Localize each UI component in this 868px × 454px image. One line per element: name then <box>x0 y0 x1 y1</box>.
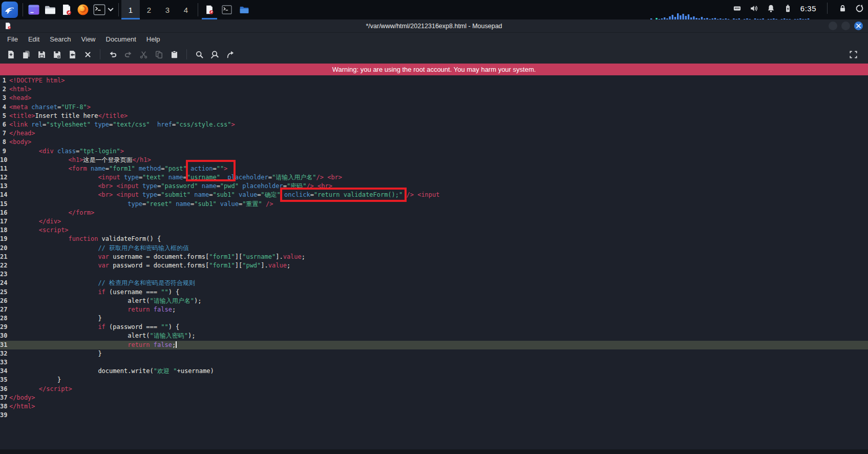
copy-button[interactable] <box>151 47 166 61</box>
code-token: name <box>172 200 190 208</box>
code-token <box>9 253 98 260</box>
code-token: ; <box>302 253 305 260</box>
menu-document[interactable]: Document <box>101 34 141 45</box>
cut-button[interactable] <box>136 47 151 61</box>
clock[interactable]: 6:35 <box>800 4 816 13</box>
workspace-1[interactable]: 1 <box>121 0 140 19</box>
minimize-button[interactable] <box>829 22 837 30</box>
code-token: <!DOCTYPE html> <box>9 77 65 84</box>
code-token: <html> <box>9 86 31 93</box>
code-token: "pwd" <box>242 262 261 269</box>
code-token: var <box>98 262 109 269</box>
code-token: "form1" <box>209 262 235 269</box>
code-line-text: <script> <box>8 226 868 235</box>
code-token <box>9 182 98 190</box>
code-token <box>9 323 98 331</box>
launcher-file-manager[interactable] <box>43 2 58 18</box>
revert-button[interactable] <box>65 47 80 61</box>
menu-edit[interactable]: Edit <box>23 34 45 45</box>
logout-icon[interactable] <box>855 4 864 13</box>
code-line-5: 5<title>Insert title here</title> <box>0 112 868 120</box>
doc-new-icon <box>7 50 15 59</box>
code-editor[interactable]: 1<!DOCTYPE html>2<html>3<head>4<meta cha… <box>0 75 868 449</box>
cut-icon <box>139 50 148 59</box>
menu-view[interactable]: View <box>76 34 101 45</box>
menu-help[interactable]: Help <box>141 34 165 45</box>
code-token: "post" <box>164 165 186 172</box>
code-token: <br> <box>98 182 113 190</box>
code-line-text: </head> <box>8 129 868 138</box>
taskbar-window-file-manager[interactable] <box>236 0 253 19</box>
code-token: name <box>198 182 217 190</box>
code-token <box>150 341 154 348</box>
code-line-text: <br> <input type="submit" name="sub1" va… <box>8 191 868 199</box>
code-line-3: 3<head> <box>0 94 868 102</box>
code-token: ; <box>172 341 176 348</box>
code-token: </title> <box>98 112 128 119</box>
code-token: > <box>224 165 227 172</box>
open-file-button[interactable] <box>18 47 34 61</box>
undo-button[interactable] <box>105 47 120 61</box>
find-button[interactable] <box>192 47 207 61</box>
launcher-firefox[interactable] <box>75 2 91 18</box>
maximize-button[interactable] <box>841 22 850 30</box>
network-icon[interactable] <box>733 4 742 13</box>
line-number: 25 <box>0 288 8 297</box>
close-document-button[interactable] <box>80 47 95 61</box>
paste-button[interactable] <box>166 47 182 61</box>
taskbar-window-terminal[interactable] <box>218 0 236 19</box>
code-line-text: function validateForm() { <box>8 235 868 243</box>
code-token: </body> <box>9 394 35 401</box>
revert-icon <box>68 50 77 59</box>
menu-file[interactable]: File <box>2 34 23 45</box>
close-button[interactable] <box>854 22 863 30</box>
code-token: (password === <box>105 323 161 331</box>
panel-separator <box>23 3 23 16</box>
code-token: "usrname" <box>242 253 276 260</box>
line-number: 39 <box>0 411 8 420</box>
close-x-icon <box>83 50 92 59</box>
workspace-4[interactable]: 4 <box>177 0 195 19</box>
code-token: ][ <box>235 262 242 269</box>
launcher-terminal-profile[interactable] <box>92 2 107 18</box>
code-token <box>9 235 69 242</box>
battery-icon[interactable] <box>784 4 792 13</box>
taskbar-window-mousepad[interactable] <box>201 0 218 19</box>
find-replace-button[interactable] <box>207 47 222 61</box>
code-line-text: var username = document.forms["form1"]["… <box>8 253 868 261</box>
line-number: 5 <box>0 112 8 120</box>
window-titlebar[interactable]: */var/www/html/20212316exp8.html - Mouse… <box>0 19 868 33</box>
code-token: "欢迎 " <box>154 367 177 375</box>
code-token: "stylesheet" <box>46 121 91 128</box>
code-token: false <box>154 306 172 313</box>
code-line-20: 20 // 获取用户名和密码输入框的值 <box>0 244 868 253</box>
code-line-2: 2<html> <box>0 85 868 94</box>
code-token: type <box>139 191 157 198</box>
save-as-button[interactable] <box>49 47 65 61</box>
code-line-38: 38</html> <box>0 402 868 411</box>
search-replace-icon <box>210 50 219 59</box>
workspace-3[interactable]: 3 <box>158 0 177 19</box>
fullscreen-button[interactable] <box>845 47 861 61</box>
volume-icon[interactable] <box>750 4 758 13</box>
code-token: "form1" <box>209 253 235 260</box>
chevron-down-icon[interactable] <box>108 7 114 12</box>
launcher-text-editor[interactable] <box>59 2 74 18</box>
new-document-button[interactable] <box>3 47 18 61</box>
file-manager-icon <box>239 5 249 15</box>
kali-menu-button[interactable] <box>2 2 18 18</box>
redo-button[interactable] <box>120 47 136 61</box>
save-button[interactable] <box>34 47 49 61</box>
code-token: if <box>98 288 105 296</box>
code-line-30: 30 alert("请输入密码"); <box>0 332 868 340</box>
go-to-button[interactable] <box>222 47 238 61</box>
notifications-bell-icon[interactable] <box>767 4 775 13</box>
workspace-2[interactable]: 2 <box>140 0 158 19</box>
save-icon <box>37 50 46 59</box>
launcher-terminal[interactable] <box>26 2 41 18</box>
lock-screen-icon[interactable] <box>838 4 847 13</box>
code-line-23: 23 <box>0 270 868 279</box>
code-token: document.write( <box>9 367 154 375</box>
menu-search[interactable]: Search <box>45 34 76 45</box>
code-token: ) { <box>168 323 180 331</box>
